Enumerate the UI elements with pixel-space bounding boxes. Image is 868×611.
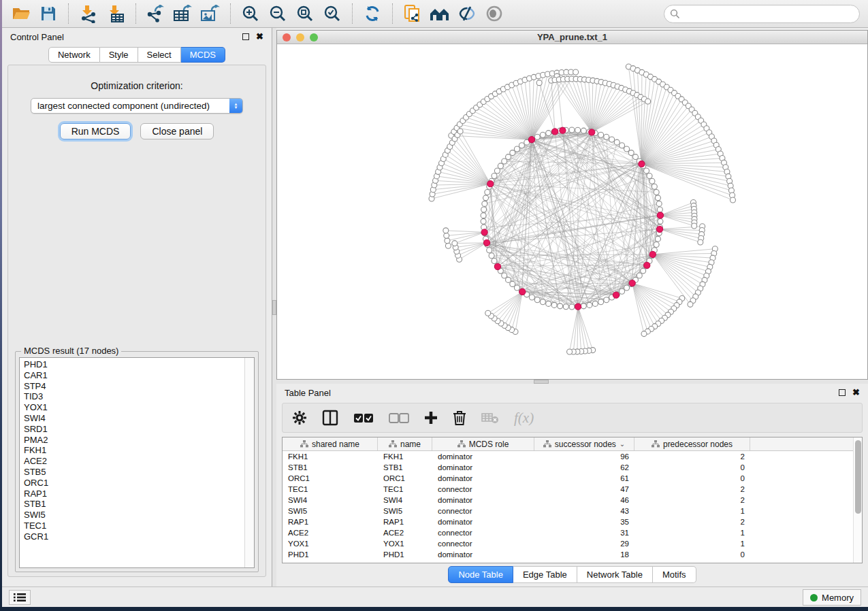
table-row[interactable]: SWI4SWI4dominator462	[283, 495, 862, 506]
open-session-button[interactable]	[10, 3, 33, 24]
table-row[interactable]: STB1STB1dominator620	[283, 462, 862, 473]
graph-node[interactable]	[445, 243, 451, 248]
graph-node[interactable]	[592, 301, 598, 306]
close-panel-button[interactable]: Close panel	[140, 123, 214, 139]
graph-node[interactable]	[649, 178, 655, 184]
show-column-button[interactable]	[322, 410, 338, 426]
graph-node[interactable]	[510, 150, 515, 156]
birds-eye-view-button[interactable]	[483, 3, 506, 24]
optimization-criterion-select[interactable]: largest connected component (undirected)…	[31, 98, 243, 114]
import-network-button[interactable]	[77, 3, 100, 24]
graph-node[interactable]	[628, 150, 634, 156]
mcds-result-item[interactable]: STB1	[24, 499, 254, 510]
tab-node-table[interactable]: Node Table	[448, 566, 513, 583]
task-history-button[interactable]	[9, 590, 31, 605]
select-all-button[interactable]	[353, 413, 374, 423]
float-panel-icon[interactable]	[242, 33, 249, 40]
graph-node[interactable]	[624, 285, 630, 291]
graph-node[interactable]	[529, 295, 534, 300]
import-table-button[interactable]	[104, 3, 127, 24]
mcds-result-item[interactable]: SWI5	[24, 510, 254, 521]
graph-node[interactable]	[569, 127, 575, 133]
delete-table-button-disabled[interactable]	[481, 412, 499, 424]
column-header-name[interactable]: name	[378, 437, 432, 450]
graph-node[interactable]	[492, 174, 497, 179]
graph-hub-node[interactable]	[552, 129, 558, 135]
table-row[interactable]: TEC1TEC1connector472	[283, 484, 862, 495]
graph-node[interactable]	[444, 233, 449, 238]
graph-node[interactable]	[614, 139, 620, 145]
graph-node[interactable]	[655, 195, 660, 201]
column-header-successor-nodes[interactable]: successor nodes⌄	[534, 437, 634, 450]
hide-graphics-details-button[interactable]	[455, 3, 479, 24]
mcds-result-item[interactable]: PMA2	[24, 435, 254, 446]
zoom-in-button[interactable]	[239, 3, 262, 24]
graph-node[interactable]	[502, 159, 507, 164]
graph-node[interactable]	[655, 236, 660, 242]
mcds-result-item[interactable]: RAP1	[24, 489, 254, 499]
close-panel-icon[interactable]: ✖	[256, 33, 263, 40]
graph-node[interactable]	[652, 184, 657, 189]
zoom-fit-button[interactable]	[293, 3, 317, 24]
graph-node[interactable]	[688, 301, 693, 307]
graph-node[interactable]	[546, 301, 551, 306]
graph-node[interactable]	[481, 207, 487, 212]
graph-node[interactable]	[506, 154, 511, 160]
graph-node[interactable]	[645, 99, 651, 104]
graph-node[interactable]	[620, 288, 625, 294]
graph-node[interactable]	[658, 218, 663, 224]
graph-hub-node[interactable]	[644, 262, 650, 268]
graph-hub-node[interactable]	[629, 280, 635, 286]
graph-hub-node[interactable]	[487, 181, 494, 187]
refresh-button[interactable]	[361, 3, 384, 24]
clone-network-button[interactable]	[401, 3, 424, 24]
table-row[interactable]: FKH1FKH1dominator962	[283, 451, 862, 462]
table-options-button[interactable]	[292, 410, 307, 425]
network-canvas[interactable]	[277, 44, 867, 379]
graph-node[interactable]	[567, 349, 573, 354]
graph-node[interactable]	[502, 273, 507, 278]
graph-node[interactable]	[598, 299, 604, 305]
export-network-button[interactable]	[144, 3, 167, 24]
graph-node[interactable]	[647, 174, 652, 179]
graph-node[interactable]	[656, 201, 662, 206]
table-row[interactable]: RAP1RAP1dominator352	[283, 516, 862, 527]
table-row[interactable]: YOX1YOX1connector291	[283, 538, 862, 549]
graph-hub-node[interactable]	[649, 251, 656, 257]
mcds-result-item[interactable]: TID3	[24, 391, 254, 402]
graph-node[interactable]	[519, 143, 524, 148]
show-all-networks-button[interactable]	[428, 3, 451, 24]
graph-hub-node[interactable]	[560, 127, 566, 133]
graph-node[interactable]	[598, 132, 604, 137]
graph-node[interactable]	[546, 131, 551, 136]
graph-node[interactable]	[445, 238, 450, 244]
tab-network[interactable]: Network	[48, 47, 100, 63]
mcds-result-item[interactable]: ACE2	[24, 456, 254, 467]
graph-node[interactable]	[581, 128, 586, 133]
graph-node[interactable]	[482, 201, 487, 206]
graph-node[interactable]	[569, 304, 575, 310]
tab-edge-table[interactable]: Edge Table	[513, 566, 577, 583]
graph-node[interactable]	[481, 213, 486, 218]
memory-button[interactable]: Memory	[803, 589, 861, 606]
column-header-predecessor-nodes[interactable]: predecessor nodes	[634, 437, 750, 450]
graph-hub-node[interactable]	[481, 229, 487, 235]
graph-node[interactable]	[575, 127, 581, 133]
mcds-result-item[interactable]: STB5	[24, 467, 254, 478]
graph-node[interactable]	[510, 281, 515, 286]
mcds-result-item[interactable]: SRD1	[24, 424, 254, 435]
graph-node[interactable]	[644, 168, 649, 174]
tab-mcds[interactable]: MCDS	[181, 47, 225, 63]
mcds-result-item[interactable]: GCR1	[24, 531, 254, 542]
graph-node[interactable]	[443, 228, 449, 233]
graph-node[interactable]	[654, 189, 659, 195]
tab-motifs[interactable]: Motifs	[653, 566, 696, 583]
graph-node[interactable]	[534, 297, 540, 303]
graph-node[interactable]	[573, 69, 579, 75]
graph-hub-node[interactable]	[639, 161, 645, 167]
mcds-result-item[interactable]: YOX1	[24, 402, 254, 413]
search-input[interactable]	[684, 9, 854, 20]
graph-hub-node[interactable]	[519, 288, 526, 295]
graph-node[interactable]	[498, 163, 503, 169]
create-column-button[interactable]	[424, 411, 438, 425]
